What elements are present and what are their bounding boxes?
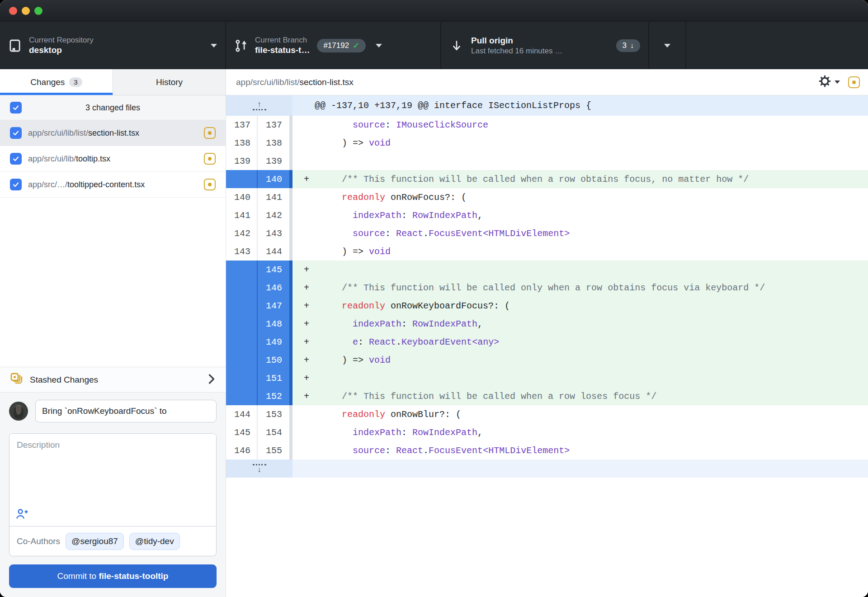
gutter-edge [289, 188, 292, 206]
toolbar: Current Repository desktop Current Branc… [0, 22, 868, 69]
old-line-number: 142 [226, 224, 258, 242]
expand-down-row: ↓ [226, 460, 868, 478]
code-line: readonly onRowBlur?: ( [292, 405, 868, 423]
old-line-number [226, 297, 258, 315]
diff-gutter[interactable]: 143144 [226, 242, 292, 261]
diff-gutter[interactable]: 146 [226, 279, 292, 297]
file-checkbox[interactable] [10, 179, 22, 190]
gutter-edge [289, 152, 292, 170]
diff-row-context: 141142 indexPath: RowIndexPath, [226, 206, 868, 224]
diff-row-context: 139139 [226, 152, 868, 170]
code-line: + [292, 369, 868, 387]
code-line: ) => void [292, 134, 868, 152]
code-line: indexPath: RowIndexPath, [292, 206, 868, 224]
diff-gutter[interactable]: 147 [226, 297, 292, 315]
diff-row-added: 151+ [226, 369, 868, 387]
commit-button-prefix: Commit to [57, 571, 99, 581]
gutter-edge [289, 297, 292, 315]
code-line: + indexPath: RowIndexPath, [292, 315, 868, 333]
diff-gutter[interactable]: 141142 [226, 206, 292, 224]
diff-gutter[interactable]: 137137 [226, 116, 292, 134]
diff-gutter[interactable]: 140 [226, 170, 292, 188]
file-row[interactable]: app/src/…/tooltipped-content.tsx [0, 172, 226, 198]
new-line-number: 149 [258, 333, 288, 351]
tab-history[interactable]: History [113, 69, 226, 95]
minimize-window-button[interactable] [22, 7, 30, 15]
stashed-changes-row[interactable]: Stashed Changes [0, 367, 226, 393]
diff-gutter[interactable]: 146155 [226, 441, 292, 460]
old-line-number [226, 351, 258, 369]
old-line-number [226, 315, 258, 333]
new-line-number: 141 [258, 188, 288, 206]
old-line-number: 138 [226, 134, 258, 152]
current-branch-button[interactable]: Current Branch file-status-t… #17192 ✓ [226, 22, 441, 69]
diff-gutter[interactable]: 148 [226, 315, 292, 333]
diff-file-dir: app/src/ui/lib/list/ [236, 77, 299, 87]
old-line-number [226, 333, 258, 351]
diff-gutter[interactable]: 140141 [226, 188, 292, 206]
coauthors-label: Co-Authors [17, 536, 60, 546]
new-line-number: 155 [258, 441, 288, 460]
tab-changes-label: Changes [30, 77, 65, 87]
old-line-number [226, 369, 258, 387]
diff-gutter[interactable]: 145 [226, 261, 292, 279]
new-line-number: 142 [258, 206, 288, 224]
chevron-down-icon [211, 44, 217, 47]
code-line: + /** This function will be called only … [292, 279, 868, 297]
diff-gutter[interactable]: 150 [226, 351, 292, 369]
zoom-window-button[interactable] [34, 7, 42, 15]
diff-gutter[interactable]: 145154 [226, 423, 292, 441]
pr-number: #17192 [323, 41, 349, 50]
diff-gutter[interactable]: 142143 [226, 224, 292, 242]
code-line: + readonly onRowKeyboardFocus?: ( [292, 297, 868, 315]
file-checkbox[interactable] [10, 153, 22, 165]
commit-description-input[interactable] [9, 434, 216, 526]
expand-up-button[interactable]: ↑ [226, 95, 292, 116]
repository-label: Current Repository [29, 35, 94, 45]
file-checkbox[interactable] [10, 127, 22, 139]
diff-options-button[interactable] [819, 75, 840, 90]
file-row[interactable]: app/src/ui/lib/tooltip.tsx [0, 146, 226, 172]
gutter-edge [289, 206, 292, 224]
code-line: + /** This function will be called when … [292, 387, 868, 405]
close-window-button[interactable] [9, 7, 17, 15]
new-line-number: 145 [258, 261, 288, 279]
new-line-number: 154 [258, 423, 288, 441]
diff-gutter[interactable]: 139139 [226, 152, 292, 170]
tab-changes[interactable]: Changes 3 [0, 69, 113, 95]
avatar [9, 402, 28, 421]
code-line: + [292, 261, 868, 279]
pull-dropdown-button[interactable] [649, 22, 686, 69]
gutter-edge [289, 351, 292, 369]
coauthor-pill[interactable]: @sergiou87 [66, 533, 124, 550]
diff-file-name: section-list.tsx [299, 77, 353, 87]
pull-origin-button[interactable]: Pull origin Last fetched 16 minutes … 3 … [441, 22, 649, 69]
diff-gutter[interactable]: 144153 [226, 405, 292, 423]
check-icon: ✓ [353, 41, 359, 51]
diff-gutter[interactable]: 138138 [226, 134, 292, 152]
new-line-number: 152 [258, 387, 288, 405]
expand-down-button[interactable]: ↓ [226, 460, 292, 478]
diff-row-context: 146155 source: React.FocusEvent<HTMLDivE… [226, 441, 868, 460]
file-row[interactable]: app/src/ui/lib/list/section-list.tsx [0, 120, 226, 146]
gutter-edge [289, 279, 292, 297]
current-repository-button[interactable]: Current Repository desktop [0, 22, 226, 69]
coauthor-pill[interactable]: @tidy-dev [129, 533, 180, 550]
code-line: source: IMouseClickSource [292, 116, 868, 134]
gutter-edge [289, 116, 292, 134]
hunk-header-text: @@ -137,10 +137,19 @@ interface ISection… [292, 95, 868, 116]
diff-gutter[interactable]: 149 [226, 333, 292, 351]
new-line-number: 146 [258, 279, 288, 297]
new-line-number: 139 [258, 152, 288, 170]
commit-summary-input[interactable] [35, 400, 217, 422]
coauthors-row[interactable]: Co-Authors @sergiou87@tidy-dev [9, 526, 216, 556]
old-line-number: 137 [226, 116, 258, 134]
code-line: source: React.FocusEvent<HTMLDivElement> [292, 224, 868, 242]
code-line: + ) => void [292, 351, 868, 369]
diff-gutter[interactable]: 151 [226, 369, 292, 387]
diff-gutter[interactable]: 152 [226, 387, 292, 405]
commit-button[interactable]: Commit to file-status-tooltip [9, 564, 217, 588]
add-coauthor-icon[interactable] [16, 508, 28, 521]
modified-status-icon [204, 153, 216, 165]
hunk-header-row: ↑ @@ -137,10 +137,19 @@ interface ISecti… [226, 95, 868, 116]
